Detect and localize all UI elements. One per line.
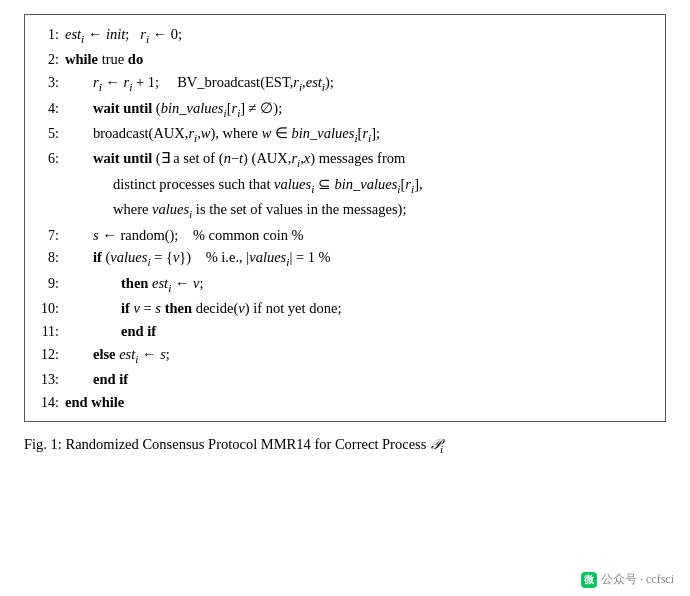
line-number: 4: <box>35 98 59 120</box>
line-text: esti ← init; ri ← 0; <box>65 23 655 48</box>
line-number: 14: <box>35 392 59 414</box>
line-number: 3: <box>35 72 59 94</box>
line-number: 11: <box>35 321 59 343</box>
algo-line-6-cont2: where valuesi is the set of values in th… <box>35 198 655 223</box>
line-text: else esti ← s; <box>65 343 655 368</box>
line-text: if v = s then decide(v) if not yet done; <box>65 297 655 319</box>
line-text: broadcast(AUX,ri,w), where w ∈ bin_value… <box>65 122 655 147</box>
algo-line-8: 8: if (valuesi = {v}) % i.e., |valuesi| … <box>35 246 655 271</box>
algorithm-box: 1: esti ← init; ri ← 0; 2: while true do… <box>24 14 666 422</box>
line-text: wait until (∃ a set of (n−t) (AUX,ri,x) … <box>65 147 655 172</box>
algo-line-14: 14: end while <box>35 391 655 414</box>
line-text: s ← random(); % common coin % <box>65 224 655 246</box>
line-text: end if <box>65 368 655 390</box>
line-text: then esti ← v; <box>65 272 655 297</box>
line-text: end if <box>65 320 655 342</box>
line-number: 9: <box>35 273 59 295</box>
line-number: 6: <box>35 148 59 170</box>
algo-line-7: 7: s ← random(); % common coin % <box>35 224 655 247</box>
line-text: ri ← ri + 1; BV_broadcast(EST,ri,esti); <box>65 71 655 96</box>
algo-line-4: 4: wait until (bin_valuesi[ri] ≠ ∅); <box>35 97 655 122</box>
line-number: 8: <box>35 247 59 269</box>
line-number: 2: <box>35 49 59 71</box>
line-text: wait until (bin_valuesi[ri] ≠ ∅); <box>65 97 655 122</box>
figure-caption: Fig. 1: Randomized Consensus Protocol MM… <box>24 434 666 458</box>
watermark: 微 公众号 · ccfsci <box>581 571 674 588</box>
line-number: 10: <box>35 298 59 320</box>
algo-line-9: 9: then esti ← v; <box>35 272 655 297</box>
algo-line-12: 12: else esti ← s; <box>35 343 655 368</box>
line-number: 12: <box>35 344 59 366</box>
line-number: 7: <box>35 225 59 247</box>
line-number: 13: <box>35 369 59 391</box>
wechat-icon: 微 <box>581 572 597 588</box>
line-text: while true do <box>65 48 655 70</box>
line-text: end while <box>65 391 655 413</box>
algo-line-2: 2: while true do <box>35 48 655 71</box>
caption-prefix: Fig. 1: <box>24 436 62 452</box>
algo-line-5: 5: broadcast(AUX,ri,w), where w ∈ bin_va… <box>35 122 655 147</box>
algo-line-11: 11: end if <box>35 320 655 343</box>
algo-line-6: 6: wait until (∃ a set of (n−t) (AUX,ri,… <box>35 147 655 172</box>
line-text: if (valuesi = {v}) % i.e., |valuesi| = 1… <box>65 246 655 271</box>
line-text: where valuesi is the set of values in th… <box>65 198 655 223</box>
caption-text: Randomized Consensus Protocol MMR14 for … <box>66 436 444 452</box>
line-number: 5: <box>35 123 59 145</box>
algo-line-1: 1: esti ← init; ri ← 0; <box>35 23 655 48</box>
algo-line-10: 10: if v = s then decide(v) if not yet d… <box>35 297 655 320</box>
algo-line-6-cont1: distinct processes such that valuesi ⊆ b… <box>35 173 655 198</box>
algo-line-13: 13: end if <box>35 368 655 391</box>
page-container: 1: esti ← init; ri ← 0; 2: while true do… <box>0 0 690 596</box>
line-number: 1: <box>35 24 59 46</box>
line-text: distinct processes such that valuesi ⊆ b… <box>65 173 655 198</box>
watermark-text: 公众号 · ccfsci <box>601 571 674 588</box>
algo-line-3: 3: ri ← ri + 1; BV_broadcast(EST,ri,esti… <box>35 71 655 96</box>
